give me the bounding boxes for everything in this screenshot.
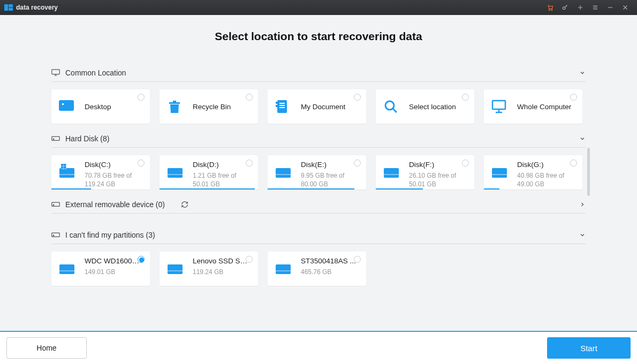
- drive-icon: [274, 259, 292, 277]
- section-external-device[interactable]: External removable device (0): [51, 196, 586, 214]
- scrollbar[interactable]: [587, 148, 590, 196]
- radio-button[interactable]: [246, 94, 253, 101]
- svg-rect-11: [277, 100, 287, 113]
- card-my-document[interactable]: My Document: [268, 89, 366, 124]
- chevron-down-icon: [579, 135, 586, 142]
- disk-name: Lenovo SSD SL...: [193, 257, 248, 265]
- page-title: Select location to start recovering data: [51, 30, 586, 43]
- start-button[interactable]: Start: [547, 337, 631, 359]
- section-common-location[interactable]: Common Location: [51, 64, 586, 82]
- minimize-icon[interactable]: [603, 0, 618, 15]
- chevron-down-icon: [579, 70, 586, 76]
- section-label: I can't find my partitions (3): [65, 231, 155, 239]
- common-location-cards: Desktop Recycle Bin My Document Select l…: [51, 82, 586, 130]
- drive-icon: [166, 163, 184, 181]
- svg-rect-44: [276, 264, 291, 274]
- cart-icon[interactable]: [543, 0, 558, 15]
- card-label: Recycle Bin: [193, 103, 231, 111]
- svg-rect-12: [279, 103, 285, 104]
- card-disk-e[interactable]: Disk(E:) 9.95 GB free of 80.00 GB: [268, 155, 366, 189]
- hard-disk-cards: Disk(C:) 70.78 GB free of 119.24 GB Disk…: [51, 148, 586, 196]
- partition-icon: [51, 231, 60, 239]
- svg-rect-2: [9, 8, 13, 11]
- lost-partition-cards: WDC WD1600A... 149.01 GB Lenovo SSD SL..…: [51, 244, 586, 292]
- drive-icon: [166, 259, 184, 277]
- svg-rect-16: [276, 105, 278, 107]
- card-disk-c[interactable]: Disk(C:) 70.78 GB free of 119.24 GB: [51, 155, 150, 189]
- radio-button[interactable]: [570, 160, 577, 166]
- disk-size: 26.10 GB free of 50.01 GB: [409, 172, 465, 188]
- section-label: Hard Disk (8): [65, 134, 109, 143]
- radio-button[interactable]: [138, 256, 145, 263]
- svg-rect-30: [276, 168, 291, 178]
- svg-rect-10: [173, 101, 176, 102]
- section-label: External removable device (0): [65, 200, 165, 209]
- disk-name: Disk(G:): [517, 161, 573, 169]
- drive-icon: [58, 163, 76, 181]
- svg-rect-18: [492, 101, 505, 109]
- card-lost-2[interactable]: ST3500418AS ... 465.76 GB: [268, 252, 366, 286]
- svg-point-39: [53, 235, 54, 236]
- refresh-icon[interactable]: [181, 201, 188, 208]
- section-lost-partitions[interactable]: I can't find my partitions (3): [51, 226, 586, 244]
- section-hard-disk[interactable]: Hard Disk (8): [51, 130, 586, 148]
- svg-rect-1: [9, 4, 13, 7]
- close-icon[interactable]: [618, 0, 633, 15]
- card-lost-0[interactable]: WDC WD1600A... 149.01 GB: [51, 252, 150, 286]
- svg-rect-42: [168, 264, 183, 274]
- disk-size: 465.76 GB: [301, 268, 356, 277]
- svg-point-3: [549, 10, 550, 11]
- card-desktop[interactable]: Desktop: [51, 89, 150, 124]
- usage-bar: [376, 188, 423, 189]
- titlebar: data recovery: [0, 0, 637, 15]
- disk-name: Disk(E:): [301, 161, 357, 169]
- hard-disk-icon: [51, 135, 60, 142]
- svg-rect-21: [59, 168, 74, 178]
- card-disk-f[interactable]: Disk(F:) 26.10 GB free of 50.01 GB: [376, 155, 474, 189]
- card-whole-computer[interactable]: Whole Computer: [484, 89, 582, 124]
- bottom-bar: Home Start: [0, 331, 637, 364]
- card-lost-1[interactable]: Lenovo SSD SL... 119.24 GB: [160, 252, 258, 286]
- svg-point-4: [551, 10, 552, 11]
- usage-bar: [160, 188, 255, 189]
- home-button[interactable]: Home: [6, 337, 87, 359]
- radio-button[interactable]: [570, 94, 577, 101]
- computer-icon: [490, 98, 507, 115]
- disk-size: 119.24 GB: [193, 268, 248, 277]
- radio-button[interactable]: [462, 160, 469, 166]
- card-disk-g[interactable]: Disk(G:) 40.98 GB free of 49.00 GB: [484, 155, 582, 189]
- desktop-icon: [58, 98, 75, 115]
- plus-icon[interactable]: [573, 0, 588, 15]
- radio-button[interactable]: [138, 94, 145, 101]
- radio-button[interactable]: [246, 256, 253, 263]
- svg-rect-34: [492, 168, 507, 178]
- recycle-bin-icon: [166, 98, 183, 115]
- drive-icon: [274, 163, 292, 181]
- svg-rect-6: [52, 70, 59, 74]
- section-label: Common Location: [65, 69, 126, 77]
- app-logo-icon: [4, 4, 13, 11]
- radio-button[interactable]: [462, 94, 469, 101]
- radio-button[interactable]: [354, 256, 361, 263]
- radio-button[interactable]: [354, 160, 361, 166]
- search-icon: [382, 98, 399, 115]
- card-select-location[interactable]: Select location: [376, 89, 474, 124]
- disk-size: 9.95 GB free of 80.00 GB: [301, 172, 357, 188]
- radio-button[interactable]: [354, 94, 361, 101]
- radio-button[interactable]: [246, 160, 253, 166]
- svg-rect-24: [61, 164, 64, 166]
- svg-rect-31: [276, 174, 291, 175]
- key-icon[interactable]: [558, 0, 573, 15]
- menu-icon[interactable]: [588, 0, 603, 15]
- svg-rect-38: [52, 233, 59, 237]
- card-label: Desktop: [85, 103, 111, 111]
- radio-button[interactable]: [138, 160, 145, 166]
- card-disk-d[interactable]: Disk(D:) 1.21 GB free of 50.01 GB: [160, 155, 258, 189]
- card-recycle-bin[interactable]: Recycle Bin: [160, 89, 258, 124]
- disk-size: 70.78 GB free of 119.24 GB: [85, 172, 140, 188]
- app-logo: data recovery: [4, 4, 58, 11]
- external-drive-icon: [51, 201, 60, 208]
- svg-rect-19: [52, 136, 59, 140]
- monitor-icon: [51, 69, 60, 77]
- svg-rect-35: [492, 174, 507, 175]
